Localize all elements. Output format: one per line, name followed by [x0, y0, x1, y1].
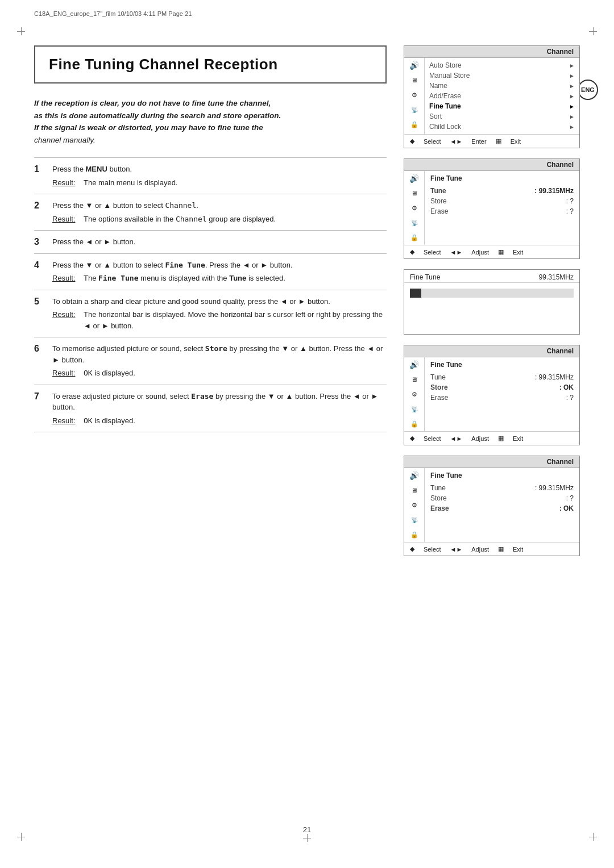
- panel4-body: 🔊 🖥 ⚙ 📡 🔒 Fine Tune Tune : 99.315MHz Sto…: [404, 357, 579, 431]
- footer4-lr-icon: ◄►: [450, 435, 463, 442]
- tv-lock-icon2: 🔒: [408, 232, 421, 243]
- step-number: 5: [34, 296, 44, 332]
- panel5-footer: ◆ Select ◄► Adjust ▦ Exit: [404, 542, 579, 556]
- panel2-footer: ◆ Select ◄► Adjust ▦ Exit: [404, 245, 579, 258]
- tv-antenna-icon2: 📡: [408, 218, 421, 228]
- footer2-exit-icon: ▦: [498, 248, 504, 256]
- panel4-row-erase: Erase : ?: [430, 393, 574, 403]
- tv-antenna-icon4: 📡: [408, 404, 421, 414]
- tv-sound-icon2: 🔊: [408, 173, 421, 183]
- step-row: 1 Press the MENU button. Result: The mai…: [34, 158, 387, 194]
- intro-paragraph: If the reception is clear, you do not ha…: [34, 97, 387, 146]
- step-content: Press the ▼ or ▲ button to select Channe…: [52, 200, 387, 224]
- panel2-sidebar: 🔊 🖥 ⚙ 📡 🔒: [404, 171, 425, 245]
- horizontal-bar-fill: [410, 289, 421, 298]
- step-content: To memorise adjusted picture or sound, s…: [52, 343, 387, 379]
- menu-item-manualstore: Manual Store►: [429, 70, 575, 81]
- step-number: 3: [34, 236, 44, 248]
- intro-line4: channel manually.: [34, 136, 96, 144]
- tv-antenna-icon: 📡: [408, 105, 421, 115]
- result-text: The horizontal bar is displayed. Move th…: [84, 309, 387, 331]
- step-content: Press the MENU button. Result: The main …: [52, 164, 387, 188]
- content-area: Fine Tuning Channel Reception If the rec…: [34, 34, 580, 823]
- page-title: Fine Tuning Channel Reception: [49, 56, 372, 73]
- footer2-diamond-icon: ◆: [410, 248, 414, 256]
- footer4-select-label: Select: [424, 435, 441, 442]
- footer-exit-icon: ▦: [496, 137, 501, 145]
- tv-panel-2: Channel 🔊 🖥 ⚙ 📡 🔒 Fine Tune Tune : 99.31…: [404, 158, 580, 259]
- footer-diamond-icon: ◆: [410, 137, 414, 145]
- panel3-title: Fine Tune: [410, 273, 440, 281]
- footer5-exit-label: Exit: [513, 546, 523, 553]
- panel3-freq: 99.315MHz: [539, 273, 574, 281]
- result-label: Result:: [52, 368, 78, 379]
- file-info-text: C18A_ENG_europe_17"_film 10/10/03 4:11 P…: [34, 10, 192, 17]
- menu-item-name: Name►: [429, 81, 575, 91]
- result-label: Result:: [52, 309, 78, 331]
- step-content: To erase adjusted picture or sound, sele…: [52, 391, 387, 427]
- result-text: OK is displayed.: [84, 415, 387, 427]
- footer5-exit-icon: ▦: [498, 545, 504, 553]
- footer5-diamond-icon: ◆: [410, 545, 414, 553]
- panel1-footer: ◆ Select ◄► Enter ▦ Exit: [404, 134, 579, 148]
- footer5-lr-icon: ◄►: [450, 546, 463, 553]
- tv-panel-1: Channel 🔊 🖥 ⚙ 📡 🔒 Auto Store► Manual Sto…: [404, 45, 580, 148]
- step-content: Press the ◄ or ► button.: [52, 236, 387, 248]
- footer-select-label: Select: [424, 138, 441, 145]
- panel1-sidebar: 🔊 🖥 ⚙ 📡 🔒: [404, 58, 425, 134]
- tv-screen-icon: 🖥: [408, 75, 421, 85]
- footer2-lr-icon: ◄►: [450, 249, 463, 256]
- corner-crosshair-tl: [17, 27, 25, 35]
- tv-panel-5: Channel 🔊 🖥 ⚙ 📡 🔒 Fine Tune Tune : 99.31…: [404, 456, 580, 556]
- result-label: Result:: [52, 177, 78, 189]
- panel5-sidebar: 🔊 🖥 ⚙ 📡 🔒: [404, 468, 425, 542]
- panel5-row-tune: Tune : 99.315MHz: [430, 483, 574, 493]
- step-row: 4 Press the ▼ or ▲ button to select Fine…: [34, 254, 387, 290]
- bottom-center-crosshair: [303, 834, 311, 842]
- step-number: 2: [34, 200, 44, 224]
- result-text: The Fine Tune menu is displayed with the…: [84, 273, 387, 284]
- footer4-exit-icon: ▦: [498, 435, 504, 442]
- step-number: 6: [34, 343, 44, 379]
- panel5-title: Fine Tune: [430, 471, 574, 479]
- panel2-row-tune: Tune : 99.315MHz: [430, 186, 574, 196]
- footer5-adjust-label: Adjust: [471, 546, 489, 553]
- tv-settings-icon2: ⚙: [408, 203, 421, 213]
- tv-sound-icon5: 🔊: [408, 470, 421, 481]
- panel1-header: Channel: [404, 46, 579, 58]
- result-label: Result:: [52, 415, 78, 427]
- panel1-menu: Auto Store► Manual Store► Name► Add/Eras…: [425, 58, 579, 134]
- right-column: Channel 🔊 🖥 ⚙ 📡 🔒 Auto Store► Manual Sto…: [404, 34, 580, 823]
- footer2-select-label: Select: [424, 249, 441, 256]
- tv-screen-icon5: 🖥: [408, 485, 421, 495]
- tv-lock-icon4: 🔒: [408, 419, 421, 429]
- steps-table: 1 Press the MENU button. Result: The mai…: [34, 157, 387, 432]
- tv-settings-icon: ⚙: [408, 90, 421, 100]
- tv-settings-icon4: ⚙: [408, 389, 421, 399]
- step-row: 2 Press the ▼ or ▲ button to select Chan…: [34, 194, 387, 231]
- tv-screen-icon4: 🖥: [408, 374, 421, 385]
- tv-panel-4: Channel 🔊 🖥 ⚙ 📡 🔒 Fine Tune Tune : 99.31…: [404, 345, 580, 445]
- result-text: OK is displayed.: [84, 368, 387, 379]
- panel5-row-store: Store : ?: [430, 493, 574, 503]
- intro-line3: If the signal is weak or distorted, you …: [34, 123, 263, 132]
- panel2-content: Fine Tune Tune : 99.315MHz Store : ? Era…: [425, 171, 579, 245]
- tv-lock-icon: 🔒: [408, 119, 421, 130]
- footer4-exit-label: Exit: [513, 435, 523, 442]
- panel3-content: [404, 283, 579, 334]
- panel2-header: Channel: [404, 159, 579, 171]
- panel5-row-erase: Erase : OK: [430, 503, 574, 514]
- menu-item-autostroe: Auto Store►: [429, 60, 575, 70]
- step-number: 7: [34, 391, 44, 427]
- menu-item-adderase: Add/Erase►: [429, 91, 575, 101]
- result-text: The options available in the Channel gro…: [84, 214, 387, 225]
- panel3-header: Fine Tune 99.315MHz: [404, 270, 579, 283]
- panel4-title: Fine Tune: [430, 361, 574, 369]
- footer-exit-label: Exit: [511, 138, 521, 145]
- intro-line1: If the reception is clear, you do not ha…: [34, 99, 271, 107]
- footer4-diamond-icon: ◆: [410, 435, 414, 442]
- footer2-exit-label: Exit: [513, 249, 523, 256]
- result-label: Result:: [52, 273, 78, 284]
- tv-sound-icon4: 🔊: [408, 360, 421, 370]
- footer4-adjust-label: Adjust: [471, 435, 489, 442]
